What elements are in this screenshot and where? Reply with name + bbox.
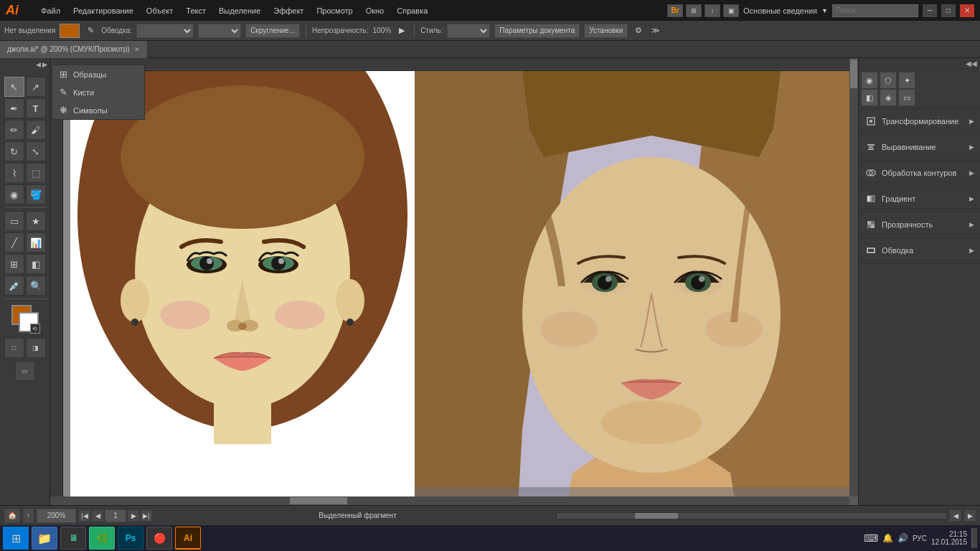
rectangle-tool[interactable]: ▭ (4, 211, 24, 231)
gradient-tool[interactable]: ◧ (26, 254, 46, 274)
page-input[interactable]: 1 (105, 509, 126, 522)
transform-header[interactable]: Трансформирование ▶ (859, 112, 980, 131)
swatches-panel-item[interactable]: ⊞ Образцы (52, 65, 144, 83)
eyedropper-tool[interactable]: 💉 (4, 276, 24, 296)
pathfinder-header[interactable]: Обработка контуров ▶ (859, 164, 980, 183)
close-button[interactable]: ✕ (960, 4, 974, 17)
doc-params-button[interactable]: Параметры документа (494, 24, 580, 38)
free-transform-tool[interactable]: ⬚ (26, 163, 46, 183)
select-tool[interactable]: ↖ (4, 77, 24, 97)
warp-tool[interactable]: ⌇ (4, 163, 24, 183)
tab-close-icon[interactable]: ✕ (134, 46, 140, 53)
search-input[interactable] (832, 4, 918, 17)
shape-builder-tool[interactable]: ◉ (4, 184, 24, 204)
scale-tool[interactable]: ⤡ (26, 141, 46, 161)
toolbar-collapse-left[interactable]: ◀ (36, 61, 41, 74)
rounding-button[interactable]: Скругление... (245, 24, 300, 38)
minimize-button[interactable]: ─ (923, 4, 937, 17)
menu-object[interactable]: Объект (141, 4, 179, 18)
stroke-panel-icon[interactable]: ▭ (899, 90, 915, 105)
menu-effect[interactable]: Эффект (268, 4, 309, 18)
taskbar-chrome[interactable]: 🔴 (146, 527, 172, 550)
mask-mode[interactable]: ◨ (26, 338, 46, 358)
taskbar-illustrator[interactable]: Ai (175, 527, 201, 550)
pencil-tool[interactable]: ✏ (4, 120, 24, 140)
brushes-panel-item[interactable]: ✎ Кисти (52, 83, 144, 101)
menu-help[interactable]: Справка (391, 4, 433, 18)
stroke-select[interactable] (136, 24, 194, 38)
menu-selection[interactable]: Выделение (213, 4, 266, 18)
screen-mode[interactable]: ▭ (15, 361, 35, 381)
pen-tool[interactable]: ✒ (4, 98, 24, 118)
normal-mode[interactable]: □ (4, 338, 24, 358)
pathfinder-panel-icon[interactable]: ✦ (899, 72, 915, 88)
gradient-panel-icon[interactable]: ◧ (862, 90, 877, 105)
bridge-btn[interactable]: Br (667, 4, 683, 17)
paint-bucket-tool[interactable]: 🪣 (26, 184, 46, 204)
taskbar-file-explorer[interactable]: 📁 (32, 527, 57, 550)
panels-collapse-icon[interactable]: ◀◀ (966, 60, 977, 67)
menu-file[interactable]: Файл (35, 4, 66, 18)
first-page-btn[interactable]: |◀ (79, 510, 90, 522)
taskbar-keyboard-icon[interactable]: ⌨ (864, 532, 878, 544)
taskbar-show-desktop[interactable] (971, 528, 977, 548)
direct-select-tool[interactable]: ↗ (26, 77, 46, 97)
canvas-area[interactable]: /* ruler marks rendered in CSS */ (50, 58, 858, 505)
zoom-tool[interactable]: 🔍 (26, 276, 46, 296)
workspace-dropdown-icon[interactable]: ▼ (821, 7, 828, 14)
settings-extra-icon[interactable]: ⚙ (632, 24, 645, 37)
grid-btn[interactable]: ⊞ (686, 4, 702, 17)
rotate-tool[interactable]: ↻ (4, 141, 24, 161)
menu-edit[interactable]: Редактирование (67, 4, 139, 18)
horizontal-scroll-thumb[interactable] (290, 497, 347, 504)
scroll-left-btn[interactable]: ◀ (950, 510, 961, 522)
h-scroll-thumb[interactable] (635, 513, 678, 519)
sync-btn[interactable]: ↕ (705, 4, 720, 17)
prev-page-btn[interactable]: ◀ (92, 510, 103, 522)
symbols-panel-item[interactable]: ❋ Символы (52, 101, 144, 119)
toolbar-expand-right[interactable]: ▶ (42, 61, 47, 74)
gradient-header[interactable]: Градиент ▶ (859, 189, 980, 209)
style-select[interactable] (447, 24, 490, 38)
appearance-panel-icon[interactable]: ⬡ (880, 72, 896, 88)
brush-tool[interactable]: 🖌 (26, 120, 46, 140)
scroll-right-btn[interactable]: ▶ (964, 510, 976, 522)
vertical-scrollbar[interactable] (849, 58, 858, 496)
menu-text[interactable]: Текст (180, 4, 212, 18)
type-tool[interactable]: T (26, 98, 46, 118)
transparency-header[interactable]: Прозрачность ▶ (859, 215, 980, 235)
transparency-panel-icon[interactable]: ◈ (880, 90, 896, 105)
menu-window[interactable]: Окно (360, 4, 390, 18)
horizontal-scrollbar[interactable] (50, 496, 849, 505)
star-tool[interactable]: ★ (26, 211, 46, 231)
taskbar-desktop[interactable]: 🖥 (60, 527, 86, 550)
stroke-size-select[interactable] (198, 24, 241, 38)
next-page-btn[interactable]: ▶ (128, 510, 139, 522)
home-btn[interactable]: 🏠 (4, 509, 20, 523)
options-menu-icon[interactable]: ≫ (649, 24, 662, 37)
stroke-panel-header[interactable]: Обводка ▶ (859, 241, 980, 260)
vertical-scroll-thumb[interactable] (850, 60, 857, 88)
fill-color-box[interactable] (60, 24, 80, 38)
settings-button[interactable]: Установки (584, 24, 628, 38)
restore-button[interactable]: □ (941, 4, 956, 17)
h-scroll-track[interactable] (556, 512, 947, 519)
align-header[interactable]: Выравнивание ▶ (859, 138, 980, 157)
document-tab[interactable]: джоли.ai* @ 200% (СМУК/Просмотр) ✕ (0, 41, 148, 58)
taskbar-notification-icon[interactable]: 🔔 (882, 533, 893, 543)
screen-btn[interactable]: ▣ (723, 4, 739, 17)
graph-tool[interactable]: 📊 (26, 232, 46, 253)
reset-colors[interactable]: ⟲ (30, 324, 40, 334)
zoom-input[interactable]: 200% (37, 509, 76, 523)
opacity-arrow[interactable]: ▶ (395, 24, 408, 37)
taskbar-photoshop[interactable]: Ps (118, 527, 143, 550)
start-button[interactable]: ⊞ (3, 527, 29, 550)
color-panel-icon[interactable]: ◉ (862, 72, 877, 88)
taskbar-volume-icon[interactable]: 🔊 (897, 533, 908, 543)
taskbar-app3[interactable]: 🌿 (89, 527, 115, 550)
line-tool[interactable]: ╱ (4, 232, 24, 253)
share-btn[interactable]: ↑ (23, 509, 34, 523)
mesh-tool[interactable]: ⊞ (4, 254, 24, 274)
last-page-btn[interactable]: ▶| (141, 510, 152, 522)
menu-view[interactable]: Просмотр (311, 4, 358, 18)
